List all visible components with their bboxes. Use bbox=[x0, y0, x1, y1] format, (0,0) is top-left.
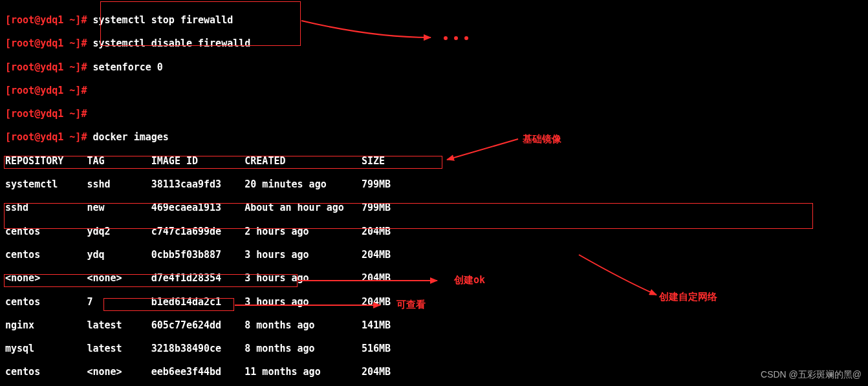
annotation-base-image: 基础镜像 bbox=[523, 133, 561, 145]
prompt: [root@ydq1 ~]# bbox=[5, 61, 87, 73]
arrow-icon bbox=[235, 301, 390, 309]
images-row: centos ydq2 c747c1a699de 2 hours ago 204… bbox=[5, 226, 863, 237]
images-row: centos 7 b1ed614da2c1 3 hours ago 204MB bbox=[5, 296, 863, 308]
images-header: REPOSITORY TAG IMAGE ID CREATED SIZE bbox=[5, 155, 863, 167]
command: docker images bbox=[92, 131, 168, 143]
ellipsis-icon bbox=[444, 36, 468, 40]
arrow-icon bbox=[301, 13, 440, 42]
annotation-create-network: 创建自定网络 bbox=[659, 291, 717, 303]
prompt: [root@ydq1 ~]# bbox=[5, 14, 87, 26]
prompt: [root@ydq1 ~]# bbox=[5, 108, 87, 120]
prompt: [root@ydq1 ~]# bbox=[5, 131, 87, 143]
command: systemctl stop firewalld bbox=[92, 14, 233, 26]
images-row: sshd new 469ecaea1913 About an hour ago … bbox=[5, 202, 863, 213]
arrow-icon bbox=[444, 139, 521, 165]
images-row: centos <none> eeb6ee3f44bd 11 months ago… bbox=[5, 366, 863, 378]
images-row: mysql latest 3218b38490ce 8 months ago 5… bbox=[5, 343, 863, 354]
arrow-icon bbox=[579, 255, 663, 300]
watermark: CSDN @五彩斑斓的黑@ bbox=[761, 369, 862, 381]
annotation-can-view: 可查看 bbox=[396, 299, 426, 311]
arrow-icon bbox=[298, 277, 447, 284]
annotation-create-ok: 创建ok bbox=[454, 274, 485, 286]
command: setenforce 0 bbox=[92, 61, 162, 73]
prompt: [root@ydq1 ~]# bbox=[5, 38, 87, 49]
command: systemctl disable firewalld bbox=[92, 38, 250, 49]
images-row: centos ydq 0cbb5f03b887 3 hours ago 204M… bbox=[5, 249, 863, 261]
terminal-output[interactable]: [root@ydq1 ~]# systemctl stop firewalld … bbox=[0, 0, 868, 386]
images-row: nginx latest 605c77e624dd 8 months ago 1… bbox=[5, 319, 863, 331]
prompt: [root@ydq1 ~]# bbox=[5, 85, 87, 96]
images-row: systemctl sshd 38113caa9fd3 20 minutes a… bbox=[5, 178, 863, 190]
